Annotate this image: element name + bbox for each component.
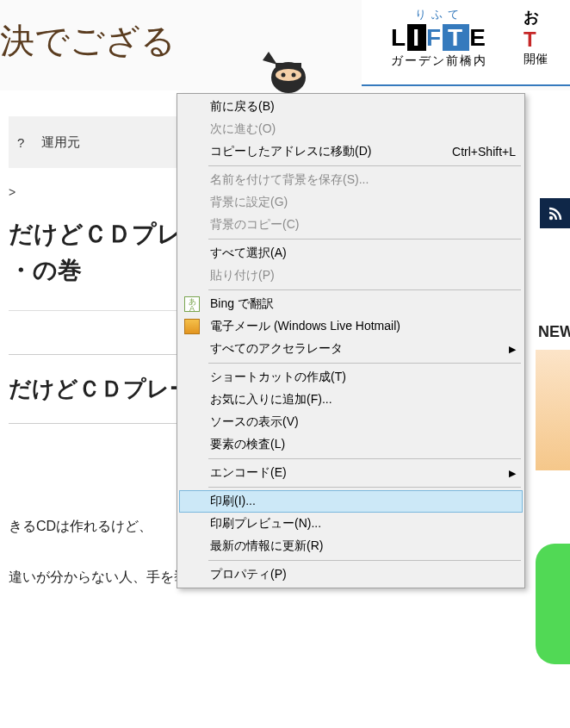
menu-save-bg: 名前を付けて背景を保存(S)...	[179, 169, 523, 191]
menu-refresh[interactable]: 最新の情報に更新(R)	[179, 535, 523, 557]
menu-create-shortcut[interactable]: ショートカットの作成(T)	[179, 366, 523, 389]
svg-point-5	[548, 215, 552, 219]
menu-separator	[208, 560, 521, 561]
menu-properties[interactable]: プロパティ(P)	[179, 563, 523, 586]
svg-rect-4	[276, 63, 301, 68]
ad-banner[interactable]: りふて LIFTE ガーデン前橋内 お T 開催	[362, 0, 570, 86]
menu-separator	[208, 487, 521, 488]
menu-forward: 次に進む(O)	[179, 118, 523, 140]
menu-print-preview[interactable]: 印刷プレビュー(N)...	[179, 513, 523, 535]
menu-separator	[208, 363, 521, 364]
menu-bing-translate[interactable]: あA Bing で翻訳	[179, 293, 523, 315]
site-logo-text: 決でござる	[0, 0, 176, 90]
nav-operator[interactable]: 運用元	[41, 134, 80, 151]
menu-goto-copied[interactable]: コピーしたアドレスに移動(D) Ctrl+Shift+L	[179, 140, 523, 163]
menu-separator	[208, 458, 521, 459]
menu-view-source[interactable]: ソースの表示(V)	[179, 411, 523, 433]
menu-select-all[interactable]: すべて選択(A)	[179, 242, 523, 264]
new-label: NEW	[531, 323, 570, 341]
menu-back[interactable]: 前に戻る(B)	[179, 96, 523, 118]
menu-separator	[208, 239, 521, 240]
bing-icon: あA	[184, 296, 200, 312]
sidebar-thumbnail-1[interactable]	[536, 350, 570, 470]
menu-email[interactable]: 電子メール (Windows Live Hotmail)	[179, 315, 523, 338]
ad-left: りふて LIFTE ガーデン前橋内	[362, 0, 517, 84]
menu-add-favorites[interactable]: お気に入りに追加(F)...	[179, 389, 523, 411]
menu-inspect-element[interactable]: 要素の検査(L)	[179, 433, 523, 456]
menu-print[interactable]: 印刷(I)...	[179, 490, 523, 513]
page-header: 決でござる りふて LIFTE ガーデン前橋内 お T 開催	[0, 0, 570, 90]
menu-separator	[208, 289, 521, 290]
menu-set-bg: 背景に設定(G)	[179, 191, 523, 214]
menu-shortcut: Ctrl+Shift+L	[426, 145, 516, 159]
ad-logo: LIFTE	[369, 24, 510, 52]
sidebar: NEW	[531, 198, 570, 664]
mail-icon	[184, 319, 200, 334]
menu-copy-bg: 背景のコピー(C)	[179, 214, 523, 236]
sidebar-thumbnail-2[interactable]	[536, 544, 570, 664]
menu-all-accelerators[interactable]: すべてのアクセラレータ ▶	[179, 338, 523, 360]
menu-encoding[interactable]: エンコード(E) ▶	[179, 462, 523, 484]
svg-point-1	[276, 69, 301, 81]
rss-button[interactable]	[540, 198, 570, 228]
submenu-arrow-icon: ▶	[509, 344, 516, 355]
ninja-icon	[258, 39, 319, 90]
submenu-arrow-icon: ▶	[509, 468, 516, 479]
ad-subtitle: ガーデン前橋内	[369, 53, 510, 69]
ad-kana: りふて	[369, 7, 510, 22]
svg-point-3	[292, 73, 296, 78]
rss-icon	[548, 206, 563, 221]
context-menu: 前に戻る(B) 次に進む(O) コピーしたアドレスに移動(D) Ctrl+Shi…	[177, 93, 525, 588]
menu-separator	[208, 165, 521, 166]
ad-right: お T 開催	[517, 0, 555, 84]
svg-point-2	[282, 73, 286, 78]
menu-paste: 貼り付け(P)	[179, 264, 523, 287]
nav-help[interactable]: ?	[17, 135, 24, 150]
